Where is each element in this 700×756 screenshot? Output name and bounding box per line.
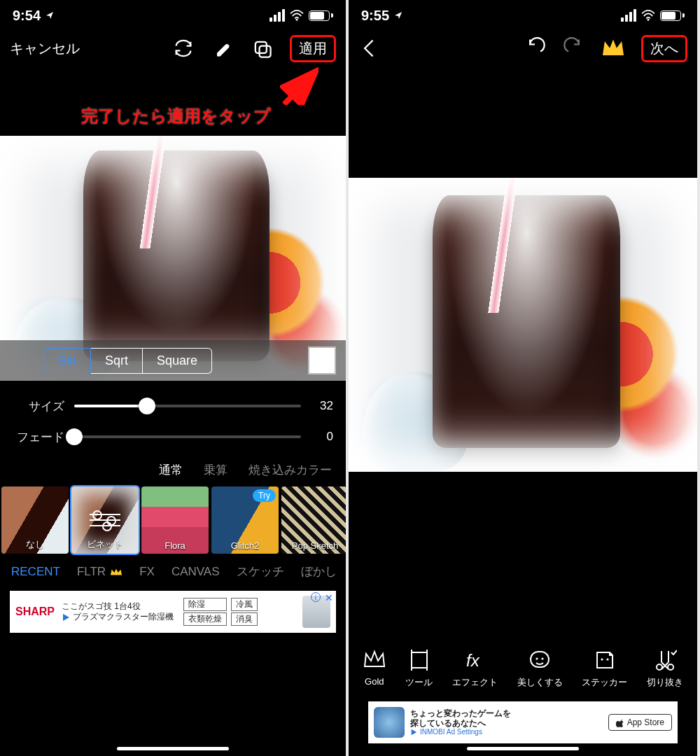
editor-toolbar: キャンセル 適用 <box>0 31 346 66</box>
status-time: 9:55 <box>361 8 389 24</box>
tool-sticker[interactable]: ステッカー <box>582 648 627 689</box>
slider-size-label: サイズ <box>13 398 64 414</box>
annotation-arrow-icon <box>280 66 318 105</box>
ad-banner[interactable]: ちょっと変わったゲームを 探しているあなたへ INMOBI Ad Setting… <box>368 701 678 743</box>
wifi-icon <box>289 10 304 21</box>
svg-point-0 <box>296 19 298 21</box>
location-icon <box>45 10 55 20</box>
back-button[interactable] <box>358 37 381 59</box>
effect-popsketch[interactable]: Pop Sketch <box>281 486 349 554</box>
tool-gold[interactable]: Gold <box>363 648 386 689</box>
svg-point-8 <box>542 657 544 659</box>
tool-cutout[interactable]: 切り抜き <box>647 648 683 689</box>
ad-banner[interactable]: SHARP ここがスゴ技 1台4役 プラズマクラスター除湿機 除湿 冷風 衣類乾… <box>10 591 336 633</box>
svg-point-9 <box>601 658 603 660</box>
cancel-button[interactable]: キャンセル <box>10 39 80 58</box>
svg-point-10 <box>606 658 608 660</box>
appstore-button[interactable]: App Store <box>608 714 672 731</box>
image-canvas[interactable]: Sin Sqrt Square <box>0 136 346 381</box>
category-tabs[interactable]: RECENT FLTR FX CANVAS スケッチ ぼかし <box>0 554 346 587</box>
ad-close-icon[interactable]: ✕ <box>325 592 333 603</box>
wifi-icon <box>640 10 656 21</box>
svg-text:fx: fx <box>466 651 480 670</box>
blend-mode-row: 通常 乗算 焼き込みカラー <box>0 456 346 486</box>
tab-blur[interactable]: ぼかし <box>301 564 337 580</box>
tab-canvas[interactable]: CANVAS <box>172 564 220 580</box>
signal-icon <box>621 9 636 22</box>
effect-glitch2[interactable]: TryGlitch2 <box>211 486 279 554</box>
swap-icon[interactable] <box>172 37 195 59</box>
slider-size-value: 32 <box>311 399 333 413</box>
blend-multiply[interactable]: 乗算 <box>204 462 227 478</box>
redo-button[interactable] <box>563 37 585 59</box>
tool-tools[interactable]: ツール <box>405 648 433 689</box>
color-well[interactable] <box>308 346 336 374</box>
tab-recent[interactable]: RECENT <box>11 564 60 580</box>
signal-icon <box>270 9 285 22</box>
status-time: 9:54 <box>13 8 41 24</box>
editor-toolbar: 次へ <box>349 31 697 66</box>
segment-square[interactable]: Square <box>143 348 212 374</box>
undo-button[interactable] <box>524 37 546 59</box>
layers-icon[interactable] <box>251 37 273 59</box>
segment-sin[interactable]: Sin <box>43 348 91 374</box>
svg-rect-1 <box>255 42 267 53</box>
screen-main-editor: 9:55 次へ <box>349 0 697 756</box>
svg-rect-4 <box>412 652 427 668</box>
apple-icon <box>616 718 624 727</box>
blend-colorburn[interactable]: 焼き込みカラー <box>248 462 332 478</box>
svg-point-7 <box>536 657 538 659</box>
ad-app-icon <box>374 707 405 738</box>
tool-beautify[interactable]: 美しくする <box>517 648 563 689</box>
image-canvas[interactable] <box>349 178 697 472</box>
slider-size[interactable] <box>74 405 301 407</box>
screen-filter-edit: 9:54 キャンセル 適用 完了したら適用 <box>0 0 349 756</box>
effect-vignette[interactable]: ビネット <box>71 486 139 554</box>
tab-fltr[interactable]: FLTR <box>77 564 122 580</box>
crown-icon <box>110 567 122 577</box>
svg-rect-2 <box>260 46 271 57</box>
effect-none[interactable]: なし <box>1 486 69 554</box>
effect-flora[interactable]: Flora <box>141 486 209 554</box>
svg-point-12 <box>668 664 673 670</box>
eraser-icon[interactable] <box>211 37 234 59</box>
play-icon <box>410 729 417 736</box>
battery-icon <box>660 10 685 21</box>
home-indicator[interactable] <box>467 747 579 750</box>
slider-fade-value: 0 <box>311 430 333 444</box>
status-bar: 9:54 <box>0 0 346 31</box>
premium-crown-icon[interactable] <box>602 37 624 59</box>
annotation-text: 完了したら適用をタップ <box>81 105 271 127</box>
tool-effect[interactable]: fx エフェクト <box>452 648 498 689</box>
battery-icon <box>309 10 333 21</box>
slider-fade-label: フェード <box>13 429 64 445</box>
svg-point-11 <box>657 664 662 670</box>
tab-fx[interactable]: FX <box>139 564 155 580</box>
tab-sketch[interactable]: スケッチ <box>237 564 284 580</box>
slider-fade[interactable] <box>74 435 301 438</box>
home-indicator[interactable] <box>117 747 229 750</box>
play-icon <box>62 613 70 622</box>
blend-normal[interactable]: 通常 <box>159 462 183 478</box>
status-bar: 9:55 <box>349 0 697 31</box>
slider-panel: サイズ 32 フェード 0 <box>0 381 346 456</box>
effect-strip[interactable]: なし ビネット Flora TryGlitch2 Pop Sketch <box>0 486 346 554</box>
ad-brand: SHARP <box>15 606 55 618</box>
shape-segment-panel: Sin Sqrt Square <box>0 340 346 381</box>
segment-sqrt[interactable]: Sqrt <box>91 348 143 374</box>
apply-button[interactable]: 適用 <box>290 35 336 62</box>
location-icon <box>393 10 403 20</box>
svg-point-3 <box>648 19 650 21</box>
next-button[interactable]: 次へ <box>641 35 687 62</box>
ad-info-icon[interactable]: i <box>311 592 321 602</box>
bottom-tool-nav: Gold ツール fx エフェクト 美しくする ステッカー 切り抜き <box>349 643 697 694</box>
